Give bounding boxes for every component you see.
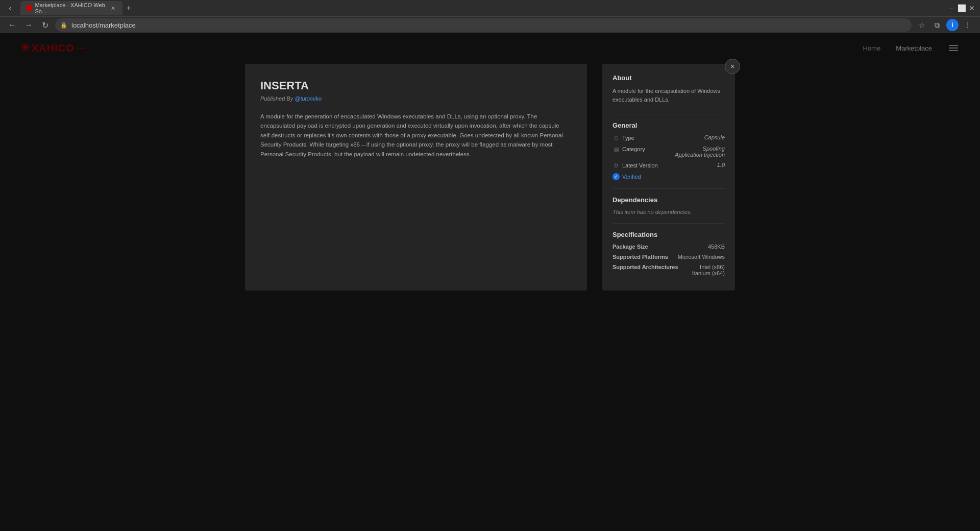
published-by-label: Published By bbox=[260, 95, 293, 102]
page-prev-tab-btn[interactable]: ‹ bbox=[4, 2, 16, 14]
package-size-label: Package Size bbox=[612, 244, 648, 250]
browser-menu-button[interactable]: ⋮ bbox=[962, 19, 974, 31]
profile-button[interactable]: i bbox=[946, 19, 959, 31]
specifications-section-title: Specifications bbox=[612, 231, 725, 238]
dependencies-text: This item has no dependencies. bbox=[612, 209, 725, 215]
product-title: INSERTA bbox=[260, 79, 572, 92]
published-by: Published By @tutomiko bbox=[260, 95, 572, 102]
close-button[interactable]: ✕ bbox=[968, 4, 976, 12]
type-label-text: Type bbox=[622, 135, 634, 141]
address-bar-container: 🔒 bbox=[55, 18, 912, 32]
left-panel: INSERTA Published By @tutomiko A module … bbox=[245, 64, 587, 291]
modal-overlay: × INSERTA Published By @tutomiko A modul… bbox=[0, 33, 980, 531]
modal-container: × INSERTA Published By @tutomiko A modul… bbox=[245, 64, 735, 531]
supported-platforms-row: Supported Platforms Microsoft Windows bbox=[612, 254, 725, 260]
toolbar-right-icons: ☆ ⧉ i ⋮ bbox=[916, 19, 974, 31]
version-icon: ⏱ bbox=[612, 162, 620, 169]
type-value: Capsule bbox=[704, 134, 725, 140]
publisher-link[interactable]: @tutomiko bbox=[295, 95, 322, 102]
type-row: ⬡ Type Capsule bbox=[612, 134, 725, 141]
category-label-text: Category bbox=[622, 146, 645, 152]
category-row: ▤ Category Spoofing Application Injectio… bbox=[612, 146, 725, 158]
latest-version-row: ⏱ Latest Version 1.0 bbox=[612, 162, 725, 169]
minimize-button[interactable]: – bbox=[947, 4, 955, 12]
package-size-value: 458KB bbox=[708, 244, 725, 250]
modal-body: INSERTA Published By @tutomiko A module … bbox=[245, 64, 735, 291]
verified-row: ✓ Verified bbox=[612, 173, 725, 180]
bookmark-star-button[interactable]: ☆ bbox=[916, 19, 928, 31]
tab-close-button[interactable]: ✕ bbox=[110, 5, 116, 12]
refresh-button[interactable]: ↻ bbox=[39, 19, 51, 31]
about-section-title: About bbox=[612, 74, 725, 82]
site: ✳ XAHICO — Home Marketplace × INSERTA bbox=[0, 33, 980, 531]
category-label: ▤ Category bbox=[612, 146, 645, 153]
browser-toolbar: ← → ↻ 🔒 ☆ ⧉ i ⋮ bbox=[0, 16, 980, 33]
maximize-button[interactable]: ⬜ bbox=[958, 4, 966, 12]
dependencies-section-title: Dependencies bbox=[612, 196, 725, 204]
divider-2 bbox=[612, 188, 725, 189]
verified-icon: ✓ bbox=[612, 173, 620, 180]
category-value2: Application Injection bbox=[675, 152, 725, 158]
back-button[interactable]: ← bbox=[6, 19, 18, 31]
divider-1 bbox=[612, 114, 725, 114]
type-icon: ⬡ bbox=[612, 134, 620, 141]
about-text: A module for the encapsulation of Window… bbox=[612, 87, 725, 104]
tab-bar: Marketplace - XAHICO Web So... ✕ + bbox=[20, 1, 947, 15]
supported-architectures-value1: Intel (x86) bbox=[692, 264, 725, 270]
window-controls: – ⬜ ✕ bbox=[947, 4, 976, 12]
supported-platforms-label: Supported Platforms bbox=[612, 254, 668, 260]
right-panel: About A module for the encapsulation of … bbox=[602, 64, 735, 291]
tab-title: Marketplace - XAHICO Web So... bbox=[35, 2, 107, 14]
package-size-row: Package Size 458KB bbox=[612, 244, 725, 250]
extensions-button[interactable]: ⧉ bbox=[931, 19, 943, 31]
category-value1: Spoofing bbox=[675, 146, 725, 152]
product-description: A module for the generation of encapsula… bbox=[260, 112, 572, 159]
forward-button[interactable]: → bbox=[22, 19, 35, 31]
active-tab[interactable]: Marketplace - XAHICO Web So... ✕ bbox=[20, 1, 122, 15]
browser-controls: ‹ bbox=[4, 2, 16, 14]
tab-favicon bbox=[27, 5, 32, 11]
browser-chrome: ‹ Marketplace - XAHICO Web So... ✕ + – ⬜… bbox=[0, 0, 980, 33]
supported-architectures-label: Supported Architectures bbox=[612, 264, 678, 270]
category-icon: ▤ bbox=[612, 146, 620, 153]
latest-version-value: 1.0 bbox=[717, 162, 725, 168]
lock-icon: 🔒 bbox=[60, 22, 67, 29]
browser-title-bar: ‹ Marketplace - XAHICO Web So... ✕ + – ⬜… bbox=[0, 0, 980, 16]
address-bar[interactable] bbox=[55, 18, 912, 32]
divider-3 bbox=[612, 223, 725, 224]
type-label: ⬡ Type bbox=[612, 134, 634, 141]
new-tab-button[interactable]: + bbox=[122, 2, 135, 14]
supported-architectures-value2: Itanium (x64) bbox=[692, 270, 725, 276]
supported-architectures-row: Supported Architectures Intel (x86) Itan… bbox=[612, 264, 725, 276]
supported-platforms-value: Microsoft Windows bbox=[678, 254, 725, 260]
verified-text: Verified bbox=[622, 174, 641, 180]
latest-version-label: ⏱ Latest Version bbox=[612, 162, 658, 169]
latest-version-label-text: Latest Version bbox=[622, 162, 658, 168]
modal-close-button[interactable]: × bbox=[725, 59, 740, 74]
general-section-title: General bbox=[612, 122, 725, 129]
